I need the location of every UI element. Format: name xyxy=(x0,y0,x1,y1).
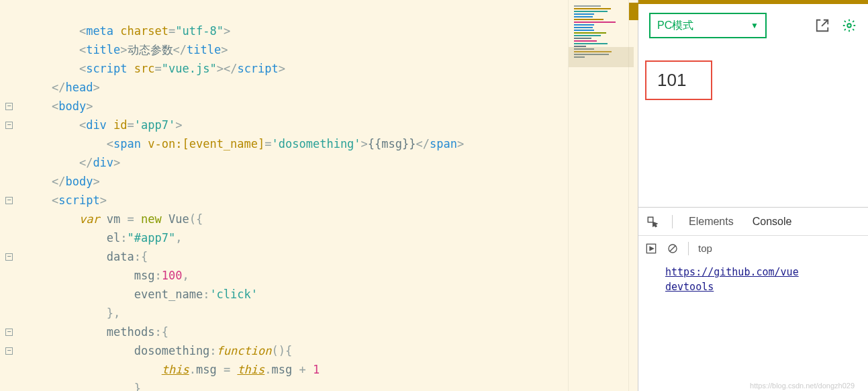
fold-gutter: −−−−−− xyxy=(0,0,24,391)
code-line[interactable]: <title>动态参数</title> xyxy=(24,40,568,59)
fold-marker xyxy=(0,134,24,153)
fold-marker xyxy=(0,153,24,172)
chevron-down-icon: ▼ xyxy=(751,21,759,30)
preview-toolbar: PC模式 ▼ xyxy=(638,11,868,40)
console-link[interactable]: https://github.com/vue devtools xyxy=(665,265,855,294)
code-area[interactable]: <meta charset="utf-8"> <title>动态参数</titl… xyxy=(24,0,568,391)
fold-marker xyxy=(0,21,24,40)
code-line[interactable]: methods:{ xyxy=(24,322,568,341)
inspect-element-icon[interactable] xyxy=(646,216,659,228)
fold-marker xyxy=(0,266,24,285)
msg-output[interactable]: 101 xyxy=(645,60,712,100)
fold-marker xyxy=(0,172,24,191)
console-toolbar: top xyxy=(638,235,868,261)
fold-marker xyxy=(0,40,24,59)
minimap-line xyxy=(574,27,593,28)
fold-marker xyxy=(0,228,24,247)
minimap-line xyxy=(574,32,606,34)
mode-select-label: PC模式 xyxy=(657,19,693,33)
tab-console[interactable]: Console xyxy=(750,216,795,228)
clear-icon[interactable] xyxy=(667,243,679,255)
code-line[interactable]: el:"#app7", xyxy=(24,228,568,247)
svg-point-0 xyxy=(847,24,851,28)
browser-preview-pane: PC模式 ▼ 101 Elements Console top https: xyxy=(638,0,868,391)
code-line[interactable]: </head> xyxy=(24,78,568,97)
minimap[interactable] xyxy=(568,0,628,391)
code-line[interactable]: event_name:'click' xyxy=(24,285,568,304)
context-selector[interactable]: top xyxy=(698,243,712,254)
code-line[interactable]: </body> xyxy=(24,172,568,191)
fold-marker xyxy=(0,59,24,78)
code-line[interactable]: </div> xyxy=(24,153,568,172)
minimap-line xyxy=(574,21,616,23)
gear-icon[interactable] xyxy=(841,17,857,34)
minimap-line xyxy=(574,30,594,31)
code-line[interactable]: <script> xyxy=(24,191,568,210)
code-line[interactable]: <script src="vue.js"></script> xyxy=(24,59,568,78)
watermark: https://blog.csdn.net/dongzh029 xyxy=(750,382,855,390)
code-line[interactable]: this.msg = this.msg + 1 xyxy=(24,360,568,379)
fold-marker[interactable]: − xyxy=(0,191,24,210)
code-line[interactable]: } xyxy=(24,379,568,391)
code-line[interactable]: dosomething:function(){ xyxy=(24,341,568,360)
code-line[interactable]: msg:100, xyxy=(24,266,568,285)
editor-pane: −−−−−− <meta charset="utf-8"> <title>动态参… xyxy=(0,0,638,391)
fold-marker xyxy=(0,285,24,304)
mode-select[interactable]: PC模式 ▼ xyxy=(649,13,767,38)
fold-marker[interactable]: − xyxy=(0,247,24,266)
play-icon[interactable] xyxy=(645,243,657,255)
minimap-line xyxy=(574,38,591,39)
divider xyxy=(672,215,673,228)
minimap-line xyxy=(574,13,594,15)
scrollbar-thumb[interactable] xyxy=(629,3,638,20)
minimap-line xyxy=(574,24,594,26)
minimap-viewport[interactable] xyxy=(569,47,634,67)
minimap-line xyxy=(574,35,601,36)
code-line[interactable]: var vm = new Vue({ xyxy=(24,210,568,228)
console-body[interactable]: https://github.com/vue devtools https://… xyxy=(638,261,868,391)
code-line[interactable]: }, xyxy=(24,304,568,322)
preview-output: 101 xyxy=(638,40,868,207)
fold-marker[interactable]: − xyxy=(0,116,24,134)
fold-marker xyxy=(0,379,24,391)
devtools-header: Elements Console xyxy=(638,207,868,235)
code-line[interactable]: <div id='app7'> xyxy=(24,116,568,134)
tab-elements[interactable]: Elements xyxy=(686,216,736,228)
minimap-line xyxy=(574,5,601,7)
fold-marker[interactable]: − xyxy=(0,341,24,360)
fold-marker xyxy=(0,78,24,97)
divider xyxy=(688,242,689,255)
code-line[interactable]: <span v-on:[event_name]='dosomething'>{{… xyxy=(24,134,568,153)
fold-marker xyxy=(0,360,24,379)
minimap-line xyxy=(574,19,604,20)
external-link-icon[interactable] xyxy=(814,17,830,34)
code-line[interactable]: data:{ xyxy=(24,247,568,266)
minimap-line xyxy=(574,40,597,42)
accent-bar xyxy=(638,0,868,4)
code-line[interactable]: <body> xyxy=(24,97,568,116)
minimap-line xyxy=(574,11,608,12)
code-line[interactable]: <meta charset="utf-8"> xyxy=(24,21,568,40)
fold-marker[interactable]: − xyxy=(0,97,24,116)
svg-rect-1 xyxy=(648,217,653,222)
fold-marker xyxy=(0,304,24,322)
fold-marker[interactable]: − xyxy=(0,322,24,341)
minimap-line xyxy=(574,43,608,44)
minimap-line xyxy=(574,8,611,9)
fold-marker xyxy=(0,210,24,228)
minimap-line xyxy=(574,16,593,17)
